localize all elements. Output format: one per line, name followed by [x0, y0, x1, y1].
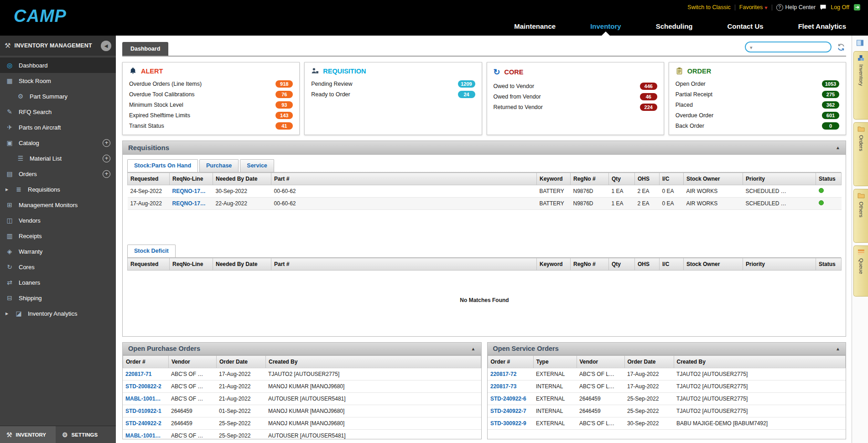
column-header[interactable]: Order #	[123, 355, 169, 368]
column-header[interactable]: Qty	[609, 173, 635, 185]
nav-contact-us[interactable]: Contact Us	[710, 16, 780, 36]
metric-row[interactable]: Transit Status 41	[129, 120, 293, 131]
sidebar-item-inventory-analytics[interactable]: Inventory Analytics	[0, 306, 116, 321]
column-header[interactable]: Requested	[128, 173, 170, 185]
table-row[interactable]: STD-200822-2 ABC'S OF … 21-Aug-2022 MANO…	[123, 380, 481, 392]
table-row[interactable]: STD-010922-1 2646459 01-Sep-2022 MANOJ K…	[123, 405, 481, 417]
column-header[interactable]: Created By	[266, 355, 481, 368]
dock-tab-orders[interactable]: Orders	[853, 122, 868, 186]
metric-row[interactable]: Minimum Stock Level 93	[129, 99, 293, 110]
sidebar-item-receipts[interactable]: Receipts	[0, 228, 116, 244]
footer-tab-inventory[interactable]: INVENTORY	[0, 426, 56, 443]
table-row[interactable]: STD-300922-9 EXTERNAL ABC'S OF L… 30-Sep…	[488, 417, 846, 429]
metric-row[interactable]: Back Order 0	[676, 120, 839, 131]
metric-row[interactable]: Open Order 1053	[676, 78, 839, 89]
sidebar-item-warranty[interactable]: Warranty	[0, 244, 116, 259]
collapse-icon[interactable]	[836, 145, 840, 150]
sidebar-item-stock-room[interactable]: Stock Room	[0, 73, 116, 89]
sidebar-item-parts-on-aircraft[interactable]: Parts on Aircraft	[0, 120, 116, 135]
collapse-icon[interactable]	[471, 346, 476, 351]
order-link[interactable]: MABL-1001…	[125, 396, 161, 402]
column-header[interactable]: Keyword	[537, 258, 571, 271]
sidebar-item-shipping[interactable]: Shipping	[0, 290, 116, 306]
sidebar-item-catalog[interactable]: Catalog	[0, 135, 116, 151]
column-header[interactable]: Status	[816, 258, 842, 271]
nav-fleet-analytics[interactable]: Fleet Analytics	[781, 16, 863, 36]
table-row[interactable]: 220817-71 ABC'S OF … 17-Aug-2022 TJAUTO2…	[123, 368, 481, 380]
order-link[interactable]: STD-200822-2	[125, 383, 161, 390]
table-row[interactable]: 24-Sep-2022 REQNO-17… 30-Sep-2022 00-60-…	[128, 185, 842, 198]
expand-chevron-icon[interactable]	[5, 188, 10, 192]
metric-row[interactable]: Placed 362	[676, 99, 839, 110]
metric-row[interactable]: Overdue Order 601	[676, 110, 839, 120]
column-header[interactable]: Order Date	[217, 355, 266, 368]
log-off-link[interactable]: Log Off	[831, 4, 849, 10]
switch-to-classic-link[interactable]: Switch to Classic	[687, 4, 730, 10]
sidebar-item-part-summary[interactable]: Part Summary	[0, 89, 116, 104]
table-row[interactable]: 17-Aug-2022 REQNO-17… 22-Aug-2022 00-60-…	[128, 198, 842, 210]
column-header[interactable]: RegNo #	[571, 258, 609, 271]
sidebar-item-cores[interactable]: Cores	[0, 259, 116, 275]
order-link[interactable]: 220817-71	[125, 371, 151, 377]
column-header[interactable]: Vendor	[169, 355, 217, 368]
service-orders-panel-header[interactable]: Open Service Orders	[488, 343, 846, 355]
sidebar-item-management-monitors[interactable]: Management Monitors	[0, 197, 116, 213]
requisitions-panel-header[interactable]: Requisitions	[123, 141, 846, 155]
table-row[interactable]: STD-240922-2 2646459 25-Sep-2022 MANOJ K…	[123, 417, 481, 429]
sidebar-item-loaners[interactable]: Loaners	[0, 275, 116, 290]
collapse-icon[interactable]	[836, 346, 840, 351]
column-header[interactable]: Created By	[674, 355, 846, 368]
column-header[interactable]: Priority	[743, 173, 816, 185]
table-row[interactable]: 220817-72 EXTERNAL ABC'S OF L… 17-Aug-20…	[488, 368, 846, 380]
metric-row[interactable]: Pending Review 1209	[311, 78, 475, 89]
refresh-icon[interactable]	[837, 43, 845, 51]
table-row[interactable]: 220817-73 INTERNAL ABC'S OF L… 17-Aug-20…	[488, 380, 846, 392]
favorites-menu[interactable]: Favorites	[739, 4, 768, 11]
column-header[interactable]: ReqNo-Line	[170, 258, 213, 271]
table-row[interactable]: MABL-1001… ABC'S OF … 21-Aug-2022 AUTOUS…	[123, 392, 481, 405]
column-header[interactable]: Type	[533, 355, 577, 368]
order-link[interactable]: 220817-72	[490, 371, 516, 377]
search-box[interactable]	[745, 42, 832, 52]
metric-row[interactable]: Owed to Vendor 446	[494, 81, 657, 91]
column-header[interactable]: Stock Owner	[684, 258, 743, 271]
metric-row[interactable]: Overdue Orders (Line Items) 918	[129, 78, 293, 89]
footer-tab-settings[interactable]: SETTINGS	[56, 426, 116, 443]
column-header[interactable]: Order #	[488, 355, 533, 368]
nav-scheduling[interactable]: Scheduling	[639, 16, 710, 36]
sidebar-item-rfq-search[interactable]: RFQ Search	[0, 104, 116, 120]
help-center-link[interactable]: Help Center	[776, 4, 816, 11]
table-row[interactable]: STD-240922-7 INTERNAL 2646459 25-Sep-202…	[488, 405, 846, 417]
add-material-list-button[interactable]	[103, 155, 110, 162]
column-header[interactable]: OHS	[635, 258, 660, 271]
dock-tab-queue[interactable]: Queue	[853, 245, 868, 297]
column-header[interactable]: Vendor	[577, 355, 624, 368]
column-header[interactable]: I/C	[660, 258, 684, 271]
camp-logo[interactable]: CAMP	[14, 6, 67, 26]
tab-service[interactable]: Service	[240, 159, 274, 172]
column-header[interactable]: Keyword	[537, 173, 571, 185]
dock-tab-others[interactable]: Others	[853, 189, 868, 243]
nav-maintenance[interactable]: Maintenance	[497, 16, 573, 36]
expand-chevron-icon[interactable]	[5, 312, 10, 316]
column-header[interactable]: Qty	[609, 258, 635, 271]
purchase-orders-panel-header[interactable]: Open Purchase Orders	[123, 343, 481, 355]
column-header[interactable]: Part #	[271, 258, 537, 271]
chat-icon[interactable]	[820, 4, 826, 10]
column-header[interactable]: OHS	[635, 173, 660, 185]
tab-stock-deficit[interactable]: Stock Deficit	[127, 245, 176, 257]
add-order-button[interactable]	[103, 170, 110, 178]
tab-purchase[interactable]: Purchase	[199, 159, 239, 172]
add-catalog-button[interactable]	[103, 139, 110, 147]
metric-row[interactable]: Partial Receipt 275	[676, 89, 839, 99]
column-header[interactable]: RegNo #	[571, 173, 609, 185]
reqno-link[interactable]: REQNO-17…	[172, 188, 206, 194]
order-link[interactable]: MABL-1001…	[125, 433, 161, 439]
dock-panel-icon[interactable]	[856, 39, 864, 47]
metric-row[interactable]: Overdue Tool Calibrations 76	[129, 89, 293, 99]
order-link[interactable]: STD-240922-2	[125, 420, 161, 427]
sidebar-item-requisitions[interactable]: Requisitions	[0, 182, 116, 197]
column-header[interactable]: Part #	[271, 173, 537, 185]
tab-dashboard[interactable]: Dashboard	[122, 42, 168, 56]
nav-inventory[interactable]: Inventory	[573, 16, 639, 36]
